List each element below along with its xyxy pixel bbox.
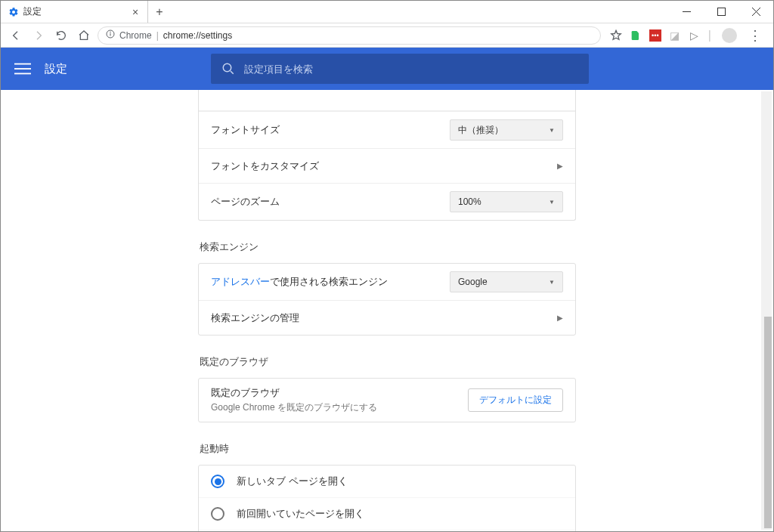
vertical-scrollbar-thumb[interactable] [764,317,772,528]
caret-down-icon: ▼ [549,199,555,206]
search-icon [221,62,235,76]
settings-search[interactable] [211,54,589,84]
forward-button[interactable] [29,26,48,45]
caret-down-icon: ▼ [549,279,555,286]
font-size-dropdown[interactable]: 中（推奨） ▼ [450,119,563,141]
secure-label: Chrome [119,30,152,41]
radio-unchecked-icon [211,507,224,521]
default-browser-card: 既定のブラウザ Google Chrome を既定のブラウザにする デフォルトに… [198,378,576,422]
startup-option-new-tab[interactable]: 新しいタブ ページを開く [199,466,575,497]
extension-icon-2[interactable]: ▷ [689,29,701,42]
default-browser-row: 既定のブラウザ Google Chrome を既定のブラウザにする デフォルトに… [199,379,575,422]
evernote-icon[interactable] [630,29,642,42]
on-startup-card: 新しいタブ ページを開く 前回開いていたページを開く 特定のページまたはページセ… [198,465,576,531]
profile-avatar[interactable] [722,28,737,43]
chevron-right-icon: ▶ [557,314,563,322]
appearance-card: フォントサイズ 中（推奨） ▼ フォントをカスタマイズ ▶ ページのズーム 10… [198,90,576,221]
default-browser-title: 既定のブラウザ [211,386,468,400]
settings-search-input[interactable] [244,63,578,75]
on-startup-section-title: 起動時 [200,442,574,456]
window-close-button[interactable] [738,1,773,23]
manage-search-engines-row[interactable]: 検索エンジンの管理 ▶ [199,300,575,335]
svg-rect-4 [14,63,31,65]
search-engine-dropdown[interactable]: Google ▼ [450,271,563,292]
extensions-area: ••• ◪ ▷ | ⋮ [605,27,767,44]
font-size-label: フォントサイズ [211,123,450,137]
window-maximize-button[interactable] [704,1,738,23]
menu-icon[interactable] [14,60,31,77]
extension-icon[interactable]: ◪ [669,29,681,42]
window-minimize-button[interactable] [669,1,704,23]
page-zoom-dropdown[interactable]: 100% ▼ [450,191,563,212]
home-button[interactable] [75,26,93,45]
manage-search-engines-label: 検索エンジンの管理 [211,311,557,325]
chevron-right-icon: ▶ [557,162,563,170]
tab-title: 設定 [23,5,128,18]
svg-rect-6 [14,73,31,75]
url-text: chrome://settings [163,30,232,41]
search-engine-card: アドレスバーで使用される検索エンジン Google ▼ 検索エンジンの管理 ▶ [198,263,576,336]
svg-point-2 [110,32,111,33]
browser-tab[interactable]: 設定 × [1,1,148,23]
default-browser-section-title: 既定のブラウザ [200,355,574,369]
startup-option-specific[interactable]: 特定のページまたはページセットを開く [199,530,575,531]
svg-point-7 [223,63,231,72]
startup-option-continue[interactable]: 前回開いていたページを開く [199,497,575,530]
back-button[interactable] [7,26,25,45]
svg-rect-5 [14,68,31,70]
settings-header: 設定 [1,48,773,90]
browser-toolbar: Chrome | chrome://settings ••• ◪ ▷ | ⋮ [1,23,773,48]
star-icon[interactable] [610,29,622,42]
default-browser-sub: Google Chrome を既定のブラウザにする [211,401,468,414]
svg-rect-0 [717,8,725,16]
address-bar[interactable]: Chrome | chrome://settings [98,26,601,45]
font-size-row[interactable]: フォントサイズ 中（推奨） ▼ [199,111,575,148]
search-engine-section-title: 検索エンジン [200,240,574,254]
svg-rect-3 [110,33,111,36]
radio-checked-icon [211,475,224,488]
site-info-icon [106,29,115,41]
addressbar-link[interactable]: アドレスバー [211,276,270,287]
chrome-menu-button[interactable]: ⋮ [748,27,763,44]
gear-icon [8,7,19,17]
window-titlebar: 設定 × + [1,1,773,23]
reload-button[interactable] [52,26,70,45]
caret-down-icon: ▼ [549,127,555,134]
page-zoom-row[interactable]: ページのズーム 100% ▼ [199,183,575,220]
lastpass-icon[interactable]: ••• [649,29,661,42]
page-title: 設定 [45,62,67,76]
close-tab-icon[interactable]: × [132,8,140,16]
addressbar-search-row[interactable]: アドレスバーで使用される検索エンジン Google ▼ [199,264,575,300]
new-tab-button[interactable]: + [148,1,171,23]
customize-fonts-row[interactable]: フォントをカスタマイズ ▶ [199,148,575,183]
settings-content: フォントサイズ 中（推奨） ▼ フォントをカスタマイズ ▶ ページのズーム 10… [1,90,773,531]
page-zoom-label: ページのズーム [211,195,450,209]
row-truncated[interactable] [199,90,575,111]
set-default-button[interactable]: デフォルトに設定 [468,388,563,412]
customize-fonts-label: フォントをカスタマイズ [211,159,557,173]
